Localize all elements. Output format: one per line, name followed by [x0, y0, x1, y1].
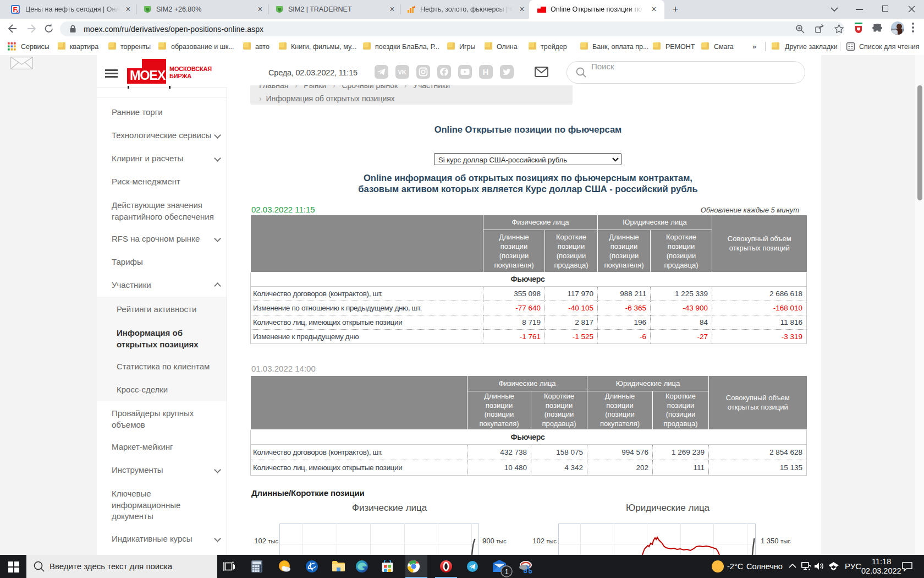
svg-text:x: x	[16, 9, 19, 14]
svg-text:H: H	[483, 67, 489, 77]
svg-text:VK: VK	[398, 69, 406, 75]
svg-text:1: 1	[505, 568, 509, 576]
